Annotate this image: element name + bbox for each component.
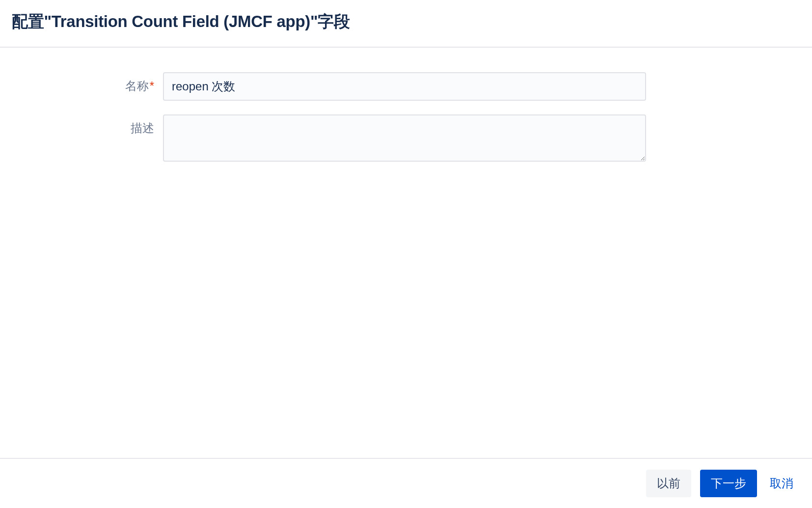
cancel-button[interactable]: 取消 xyxy=(766,470,797,497)
page-title: 配置"Transition Count Field (JMCF app)"字段 xyxy=(12,11,800,33)
form-container: 名称* 描述 xyxy=(98,48,658,187)
form-row-description: 描述 xyxy=(110,114,646,162)
previous-button[interactable]: 以前 xyxy=(646,470,691,497)
name-label-text: 名称 xyxy=(125,79,149,92)
next-button[interactable]: 下一步 xyxy=(700,470,757,497)
description-label: 描述 xyxy=(110,114,154,136)
required-mark: * xyxy=(150,79,154,92)
form-row-name: 名称* xyxy=(110,72,646,101)
footer: 以前 下一步 取消 xyxy=(0,458,812,508)
page-header: 配置"Transition Count Field (JMCF app)"字段 xyxy=(0,0,812,48)
description-input[interactable] xyxy=(163,114,646,162)
name-label: 名称* xyxy=(110,72,154,94)
name-input[interactable] xyxy=(163,72,646,101)
